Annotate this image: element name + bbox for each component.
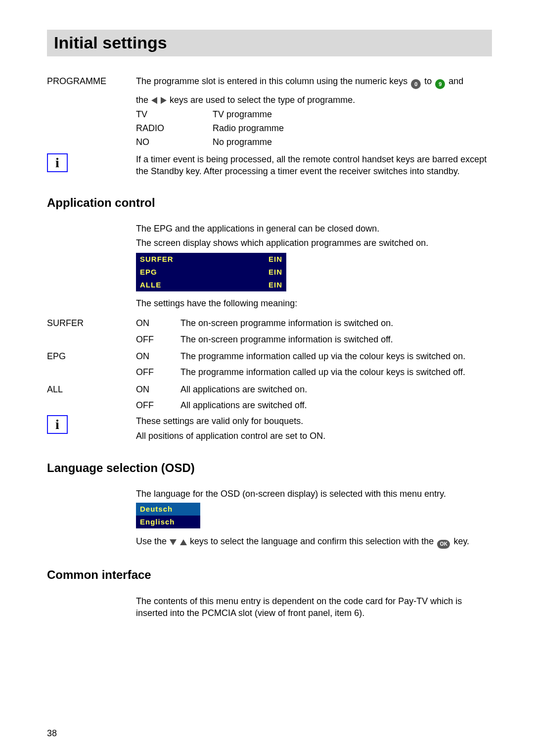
text: and [448,76,463,86]
def-val: No programme [213,136,492,148]
desc: The programme information called up via … [180,366,492,378]
info-icon: i [47,153,68,172]
desc: The on-screen programme information is s… [180,333,492,345]
language-use-line: Use the keys to select the language and … [136,535,492,549]
osd-row-state: EIN [268,267,282,277]
up-arrow-icon [180,539,187,545]
def-key: RADIO [136,122,213,134]
item-label: ALL [47,383,136,395]
programme-row: PROGRAMME The programme slot is entered … [47,75,492,150]
down-arrow-icon [170,539,177,545]
def-val: Radio programme [213,122,492,134]
lang-option: Englisch [140,517,175,527]
programme-content: The programme slot is entered in this co… [136,75,492,150]
text: keys are used to select the type of prog… [170,95,355,105]
info-icon: i [47,415,68,434]
app-line2: The screen display shows which applicati… [136,237,492,249]
programme-intro-line1: The programme slot is entered in this co… [136,75,492,89]
app-control-heading: Application control [47,195,492,211]
state: OFF [136,399,180,411]
text: Use the [136,536,169,546]
state: OFF [136,366,180,378]
language-intro: The language for the OSD (on-screen disp… [136,488,492,500]
programme-label: PROGRAMME [47,75,136,87]
text: The programme slot is entered in this co… [136,76,410,86]
page: Initial settings PROGRAMME The programme… [0,0,534,756]
def-key: NO [136,136,213,148]
desc: The programme information called up via … [180,350,492,362]
page-title: Initial settings [54,32,485,54]
programme-info-note: If a timer event is being processed, all… [136,153,492,178]
osd-row-name: SURFER [140,254,268,264]
osd-row-name: EPG [140,267,268,277]
osd-screenshot-lang: Deutsch Englisch [136,503,200,528]
item-label: SURFER [47,317,136,329]
def-val: TV programme [213,108,492,120]
osd-row-state: EIN [268,280,282,290]
osd-row-state: EIN [268,254,282,264]
item-label: EPG [47,350,136,362]
app-meaning-table: SURFER ON The on-screen programme inform… [47,317,492,411]
def-row: TV TV programme [136,108,492,120]
osd-row-name: ALLE [140,280,268,290]
state: ON [136,317,180,329]
app-line1: The EPG and the applications in general … [136,223,492,235]
key-9-icon: 9 [435,79,445,89]
left-arrow-icon [151,97,157,104]
state: ON [136,383,180,395]
meaning-intro: The settings have the following meaning: [136,297,492,309]
text: keys to select the language and confirm … [190,536,436,546]
osd-screenshot-app: SURFER EIN EPG EIN ALLE EIN [136,253,286,291]
state: OFF [136,333,180,345]
right-arrow-icon [161,97,167,104]
app-control-block: The EPG and the applications in general … [47,223,492,316]
key-0-icon: 0 [411,79,421,89]
common-interface-text: The contents of this menu entry is depen… [136,595,492,619]
text: the [136,95,151,105]
text: key. [453,536,469,546]
programme-info-row: i If a timer event is being processed, a… [47,153,492,178]
def-key: TV [136,108,213,120]
desc: The on-screen programme information is s… [180,317,492,329]
def-row: NO No programme [136,136,492,148]
desc: All applications are switched off. [180,399,492,411]
ok-key-icon: OK [437,540,450,549]
lang-option: Deutsch [140,504,173,514]
common-interface-heading: Common interface [47,567,492,583]
title-bar: Initial settings [47,30,492,56]
state: ON [136,350,180,362]
app-info-note1: These settings are valid only for bouque… [136,415,492,427]
programme-intro-line2: the keys are used to select the type of … [136,94,492,106]
desc: All applications are switched on. [180,383,492,395]
app-info-row: i These settings are valid only for bouq… [47,415,492,442]
text: to [424,76,434,86]
app-info-note2: All positions of application control are… [136,430,492,442]
page-number: 38 [47,727,57,739]
def-row: RADIO Radio programme [136,122,492,134]
language-heading: Language selection (OSD) [47,460,492,476]
